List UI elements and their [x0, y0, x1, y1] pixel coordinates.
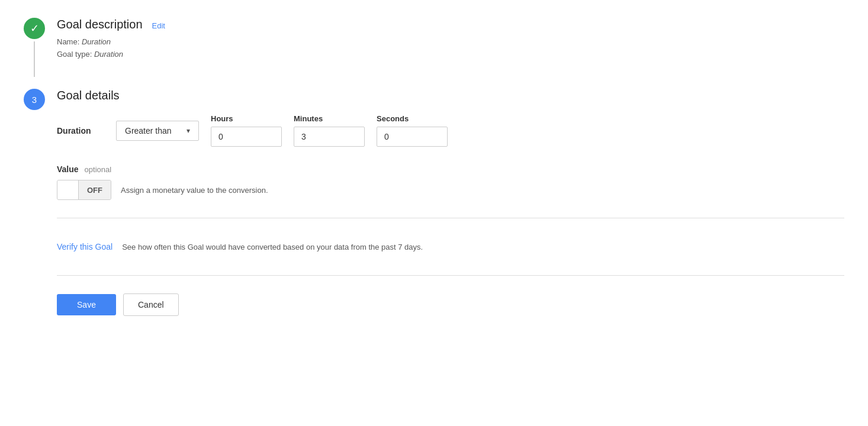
- goal-description-section: ✓ Goal description Edit Name: Duration G…: [24, 18, 844, 77]
- goal-type-label: Goal type:: [57, 50, 92, 59]
- toggle-knob: [57, 180, 79, 199]
- value-toggle[interactable]: OFF: [57, 180, 111, 200]
- goal-description-subtitle: Name: Duration Goal type: Duration: [57, 36, 844, 61]
- goal-description-content: Goal description Edit Name: Duration Goa…: [57, 18, 844, 61]
- connector-line: [34, 41, 35, 77]
- seconds-group: Seconds: [377, 114, 448, 147]
- condition-dropdown[interactable]: Greater than ▾: [116, 121, 199, 141]
- goal-description-title: Goal description: [57, 18, 143, 31]
- save-button[interactable]: Save: [57, 294, 116, 315]
- seconds-label: Seconds: [377, 114, 448, 123]
- name-value: Duration: [82, 37, 111, 46]
- goal-type-value: Duration: [94, 50, 123, 59]
- dropdown-arrow-icon: ▾: [187, 127, 190, 135]
- duration-row: Duration Greater than ▾ Hours Minutes: [57, 114, 844, 147]
- toggle-container: OFF Assign a monetary value to the conve…: [57, 180, 844, 200]
- verify-goal-link[interactable]: Verify this Goal: [57, 242, 112, 251]
- minutes-input[interactable]: [294, 127, 365, 147]
- goal-description-title-row: Goal description Edit: [57, 18, 844, 34]
- dropdown-selected-label: Greater than: [125, 126, 172, 135]
- minutes-group: Minutes: [294, 114, 365, 147]
- goal-details-body: Duration Greater than ▾ Hours Minutes: [57, 114, 844, 200]
- edit-link[interactable]: Edit: [152, 21, 165, 30]
- step-number-badge: 3: [24, 89, 45, 110]
- divider-top: [57, 218, 844, 218]
- divider-bottom: [57, 275, 844, 276]
- page-container: ✓ Goal description Edit Name: Duration G…: [0, 0, 868, 357]
- optional-text: optional: [85, 165, 112, 174]
- verify-row: Verify this Goal See how often this Goal…: [57, 236, 844, 257]
- value-label-row: Value optional: [57, 164, 844, 174]
- name-label: Name:: [57, 37, 79, 46]
- cancel-button[interactable]: Cancel: [123, 293, 179, 316]
- goal-details-content: Goal details Duration Greater than ▾ Hou…: [57, 89, 844, 328]
- value-label: Value: [57, 164, 79, 174]
- toggle-description: Assign a monetary value to the conversio…: [121, 186, 268, 195]
- check-circle-icon: ✓: [24, 18, 45, 39]
- value-section: Value optional OFF Assign a monetary val…: [57, 164, 844, 200]
- hours-input[interactable]: [211, 127, 282, 147]
- seconds-input[interactable]: [377, 127, 448, 147]
- step-indicator-3: 3: [24, 89, 45, 110]
- duration-label: Duration: [57, 126, 104, 135]
- goal-details-section: 3 Goal details Duration Greater than ▾ H…: [24, 89, 844, 328]
- goal-details-title: Goal details: [57, 89, 844, 102]
- hours-group: Hours: [211, 114, 282, 147]
- hours-label: Hours: [211, 114, 282, 123]
- step-indicator-check: ✓: [24, 18, 45, 77]
- toggle-off-label: OFF: [79, 180, 111, 199]
- verify-description: See how often this Goal would have conve…: [122, 243, 423, 251]
- action-row: Save Cancel: [57, 293, 844, 328]
- minutes-label: Minutes: [294, 114, 365, 123]
